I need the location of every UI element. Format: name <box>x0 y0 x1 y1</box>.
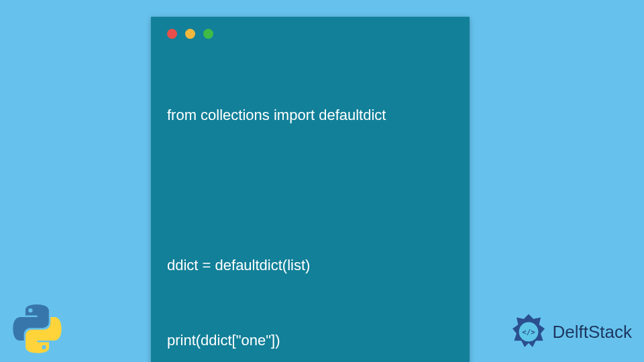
svg-text:</>: </> <box>522 328 535 337</box>
code-line: print(ddict["one"]) <box>167 328 453 353</box>
code-line: from collections import defaultdict <box>167 103 453 127</box>
delftstack-brand: </> DelftStack <box>508 312 633 352</box>
brand-name: DelftStack <box>553 322 633 343</box>
minimize-icon <box>185 29 195 39</box>
delftstack-badge-icon: </> <box>508 312 549 352</box>
python-logo-icon <box>12 304 62 354</box>
code-line <box>167 178 453 202</box>
maximize-icon <box>203 29 213 39</box>
window-controls <box>167 29 453 39</box>
code-window: from collections import defaultdict ddic… <box>151 17 470 362</box>
close-icon <box>167 29 177 39</box>
code-block: from collections import defaultdict ddic… <box>167 52 453 362</box>
code-line: ddict = defaultdict(list) <box>167 253 453 278</box>
